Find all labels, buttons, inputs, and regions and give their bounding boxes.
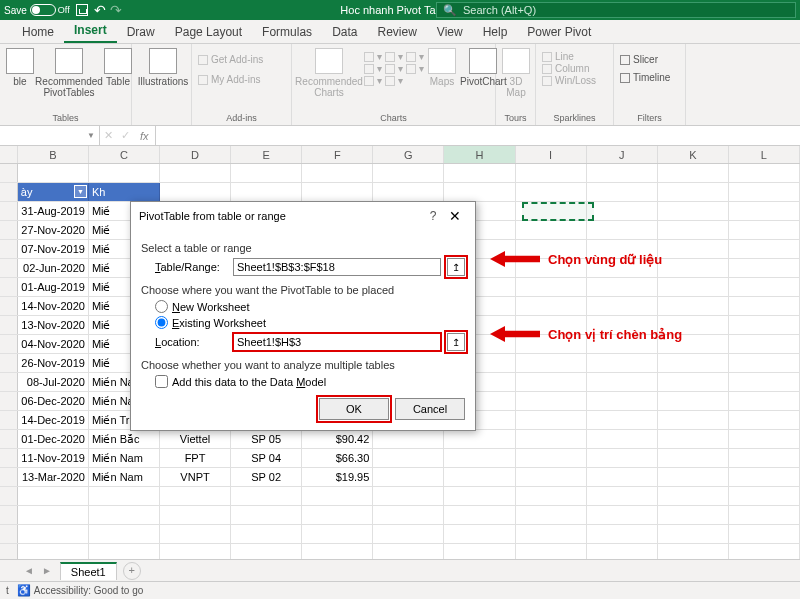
table-range-label: Table/Range: [155, 261, 227, 273]
maps-button: Maps [428, 48, 456, 87]
section-placement: Choose where you want the PivotTable to … [141, 284, 465, 296]
3d-map-button: 3D Map [502, 48, 530, 98]
sparkline-line-button: Line [542, 51, 596, 62]
sheet-tab-sheet1[interactable]: Sheet1 [60, 562, 117, 580]
get-addins-button[interactable]: Get Add-ins [198, 54, 263, 65]
search-box[interactable]: 🔍 Search (Alt+Q) [436, 2, 796, 18]
ribbon: ble Recommended PivotTables Table Tables… [0, 44, 800, 126]
autosave-toggle[interactable] [30, 4, 56, 16]
tab-formulas[interactable]: Formulas [252, 21, 322, 43]
accessibility-status[interactable]: ♿ Accessibility: Good to go [17, 584, 144, 597]
recommended-pivottables-button[interactable]: Recommended PivotTables [38, 48, 100, 98]
search-placeholder: Search (Alt+Q) [463, 4, 536, 16]
sheet-tabs: ◄ ► Sheet1 + [0, 559, 800, 581]
ribbon-tabs: Home Insert Draw Page Layout Formulas Da… [0, 20, 800, 44]
table-row[interactable]: 11-Nov-2019Miền NamFPTSP 04$66.30 [0, 449, 800, 468]
pivottable-button[interactable]: ble [6, 48, 34, 87]
ribbon-group-tours: 3D Map Tours [496, 44, 536, 125]
autosave-off: Off [58, 5, 70, 15]
chart-type-3: ▾ ▾ [364, 75, 424, 86]
illustrations-button[interactable]: Illustrations [138, 48, 188, 87]
my-addins-button[interactable]: My Add-ins [198, 74, 263, 85]
collapse-range-icon[interactable]: ↥ [447, 258, 465, 276]
annotation-1: Chọn vùng dữ liệu [490, 251, 662, 267]
status-mode: t [6, 585, 9, 596]
ribbon-group-sparklines: Line Column Win/Loss Sparklines [536, 44, 614, 125]
column-headers: B C D E F G H I J K L [0, 146, 800, 164]
col-header-region: Kh [89, 183, 160, 201]
tab-view[interactable]: View [427, 21, 473, 43]
section-multiple-tables: Choose whether you want to analyze multi… [141, 359, 465, 371]
tab-home[interactable]: Home [12, 21, 64, 43]
ribbon-group-addins: Get Add-ins My Add-ins Add-ins [192, 44, 292, 125]
ribbon-group-tables: ble Recommended PivotTables Table Tables [0, 44, 132, 125]
select-all-corner[interactable] [0, 146, 18, 163]
tab-draw[interactable]: Draw [117, 21, 165, 43]
sparkline-winloss-button: Win/Loss [542, 75, 596, 86]
table-row[interactable]: 13-Mar-2020Miền NamVNPTSP 02$19.95 [0, 468, 800, 487]
arrow-icon [490, 251, 540, 267]
slicer-button[interactable]: Slicer [620, 54, 670, 65]
table-row[interactable]: 01-Dec-2020Miền BắcViettelSP 05$90.42 [0, 430, 800, 449]
dialog-title: PivotTable from table or range [139, 210, 286, 222]
formula-bar: ▼ ✕✓ fx [0, 126, 800, 146]
tab-data[interactable]: Data [322, 21, 367, 43]
ribbon-group-filters: Slicer Timeline Filters [614, 44, 686, 125]
data-model-checkbox[interactable] [155, 375, 168, 388]
location-input[interactable] [233, 333, 441, 351]
fx-icon[interactable]: fx [134, 130, 155, 142]
tab-review[interactable]: Review [367, 21, 426, 43]
dialog-titlebar[interactable]: PivotTable from table or range ? ✕ [131, 202, 475, 230]
section-select-range: Select a table or range [141, 242, 465, 254]
pivottable-dialog: PivotTable from table or range ? ✕ Selec… [130, 201, 476, 431]
collapse-location-icon[interactable]: ↥ [447, 333, 465, 351]
search-icon: 🔍 [443, 4, 457, 17]
sheet-nav-prev[interactable]: ◄ [24, 565, 34, 576]
close-icon[interactable]: ✕ [443, 208, 467, 224]
ribbon-group-charts: Recommended Charts ▾ ▾ ▾ ▾ ▾ ▾ ▾ ▾ Maps … [292, 44, 496, 125]
cancel-button[interactable]: Cancel [395, 398, 465, 420]
col-header-date: ày▼ [18, 183, 89, 201]
accessibility-icon: ♿ [17, 584, 31, 597]
ribbon-group-illustrations: Illustrations [132, 44, 192, 125]
save-icon[interactable] [76, 4, 88, 16]
redo-icon[interactable]: ↷ [110, 3, 122, 17]
tab-page-layout[interactable]: Page Layout [165, 21, 252, 43]
autosave-label: Save [4, 5, 27, 16]
annotation-2: Chọn vị trí chèn bảng [490, 326, 682, 342]
location-label: Location: [155, 336, 227, 348]
arrow-icon [490, 326, 540, 342]
sparkline-column-button: Column [542, 63, 596, 74]
sheet-nav-next[interactable]: ► [42, 565, 52, 576]
chart-type-1: ▾ ▾ ▾ [364, 51, 424, 62]
timeline-button[interactable]: Timeline [620, 72, 670, 83]
radio-existing-worksheet[interactable] [155, 316, 168, 329]
chart-type-2: ▾ ▾ ▾ [364, 63, 424, 74]
ok-button[interactable]: OK [319, 398, 389, 420]
status-bar: t ♿ Accessibility: Good to go [0, 581, 800, 599]
title-bar: Save Off ↶ ↷ Hoc nhanh Pivot Table ~ 🔍 S… [0, 0, 800, 20]
selection-marquee [522, 202, 594, 221]
tab-insert[interactable]: Insert [64, 19, 117, 43]
table-range-input[interactable] [233, 258, 441, 276]
recommended-charts-button: Recommended Charts [298, 48, 360, 98]
add-sheet-button[interactable]: + [123, 562, 141, 580]
radio-new-worksheet[interactable] [155, 300, 168, 313]
help-icon[interactable]: ? [423, 209, 443, 223]
tab-power-pivot[interactable]: Power Pivot [517, 21, 601, 43]
undo-icon[interactable]: ↶ [94, 3, 106, 17]
table-button[interactable]: Table [104, 48, 132, 87]
name-box[interactable]: ▼ [0, 126, 100, 145]
tab-help[interactable]: Help [473, 21, 518, 43]
